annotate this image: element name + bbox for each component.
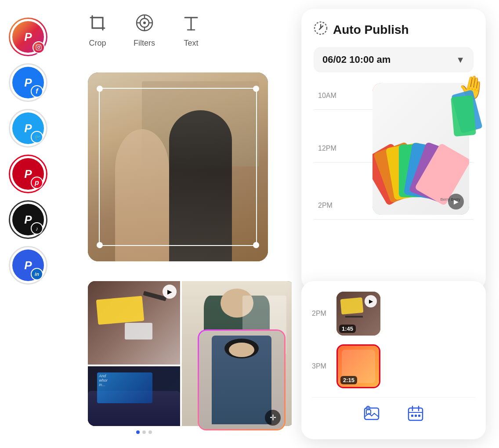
svg-point-2	[40, 46, 40, 47]
text-tool[interactable]: Text	[181, 13, 201, 48]
play-badge-1: ▶	[365, 295, 377, 307]
crop-tool[interactable]: Crop	[88, 13, 107, 48]
schedule-thumb-1[interactable]: ▶ 1:45	[336, 292, 380, 336]
selected-item-overlay[interactable]: ✛	[198, 329, 286, 430]
text-icon	[181, 13, 201, 35]
schedule-timeline: 2PM ▶ 1:45 3PM 2:15	[312, 292, 475, 388]
autopublish-icon	[314, 21, 328, 38]
crop-label: Crop	[89, 39, 106, 48]
sidebar-item-pinterest[interactable]: P p	[9, 155, 47, 193]
sidebar-item-linkedin[interactable]: P in	[9, 246, 47, 285]
sidebar-item-twitter[interactable]: P 🐦	[9, 109, 47, 148]
date-selector[interactable]: 06/02 10:00 am ▼	[314, 47, 474, 72]
timeline-line-3	[314, 219, 474, 220]
calendar-button[interactable]	[407, 405, 424, 424]
editor-photo	[88, 72, 268, 261]
thumb-play-button[interactable]: ▶	[448, 194, 464, 210]
duration-badge-1: 1:45	[339, 325, 356, 333]
schedule-thumb-2[interactable]: 2:15	[336, 344, 380, 388]
svg-rect-0	[36, 45, 41, 50]
autopublish-panel: Auto Publish 06/02 10:00 am ▼ 10AM 12PM …	[301, 9, 486, 290]
schedule-row-3pm: 3PM 2:15	[312, 344, 475, 388]
filters-label: Filters	[134, 39, 155, 48]
color-swatches	[386, 101, 456, 197]
schedule-row-2pm: 2PM ▶ 1:45	[312, 292, 475, 336]
filters-tool[interactable]: Filters	[134, 13, 155, 48]
svg-point-6	[143, 22, 146, 24]
sidebar-item-tiktok[interactable]: P ♪	[9, 200, 47, 239]
selected-item-content: ✛	[199, 331, 284, 429]
text-label: Text	[184, 39, 198, 48]
time-12pm: 12PM	[318, 145, 336, 152]
social-sidebar: P P f P 🐦	[9, 18, 47, 285]
schedule-time-2pm: 2PM	[312, 310, 329, 318]
bottom-actions	[312, 397, 475, 424]
panel-title: Auto Publish	[333, 23, 409, 37]
time-10am: 10AM	[318, 92, 336, 100]
svg-rect-21	[411, 415, 413, 417]
sidebar-item-instagram[interactable]: P	[9, 18, 47, 56]
svg-rect-3	[92, 18, 103, 28]
grid-cell-1[interactable]: ▶	[88, 281, 180, 365]
toolbar: Crop Filters Text	[88, 13, 201, 48]
schedule-time-3pm: 3PM	[312, 362, 329, 370]
time-2pm: 2PM	[318, 202, 333, 210]
crop-icon	[88, 13, 107, 35]
page-indicator	[136, 430, 152, 434]
gallery-button[interactable]	[363, 405, 380, 424]
video-badge-1: ▶	[163, 285, 177, 299]
timeline: 10AM 12PM 2PM Berry Berry ▶	[314, 83, 474, 241]
date-display: 06/02 10:00 am	[322, 54, 391, 65]
panel-header: Auto Publish	[314, 21, 474, 38]
svg-rect-22	[415, 415, 417, 417]
duration-badge-2: 2:15	[340, 376, 357, 384]
dropdown-arrow-icon: ▼	[456, 55, 465, 65]
schedule-panel: 2PM ▶ 1:45 3PM 2:15	[301, 281, 486, 439]
grid-cell-3[interactable]: Andwhorin...	[88, 366, 180, 426]
svg-rect-17	[409, 408, 423, 420]
filters-icon	[135, 13, 154, 35]
editor-area	[88, 72, 268, 261]
sidebar-item-facebook[interactable]: P f	[9, 63, 47, 102]
svg-rect-23	[418, 415, 420, 417]
svg-point-1	[38, 47, 40, 49]
move-handle[interactable]: ✛	[265, 410, 281, 426]
